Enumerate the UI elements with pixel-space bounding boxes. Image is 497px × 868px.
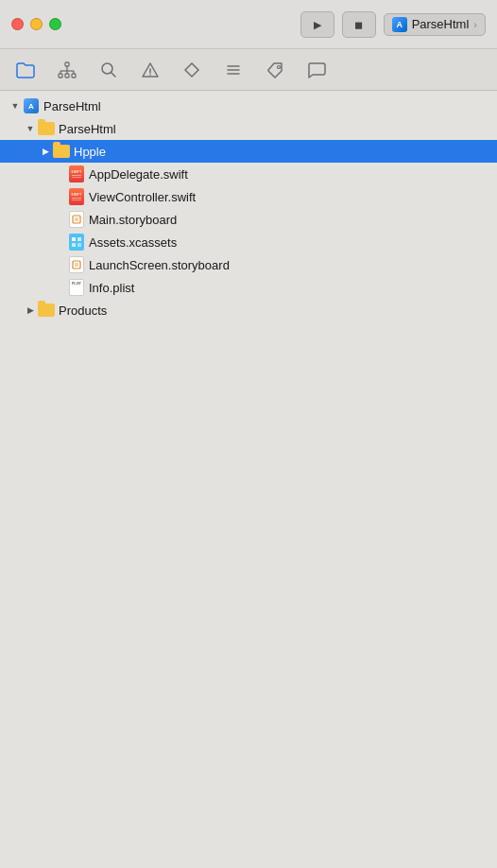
warning-toolbar-icon[interactable] (140, 60, 161, 80)
list-toolbar-icon[interactable] (223, 60, 244, 80)
tree-item-group-parsehtml[interactable]: ParseHtml (0, 117, 497, 140)
project-icon: A (23, 97, 40, 114)
svg-rect-22 (77, 243, 81, 247)
root-project-label: ParseHtml (43, 99, 101, 113)
disclosure-root-project (8, 98, 23, 113)
svg-point-16 (278, 65, 281, 68)
tree-item-infoplist[interactable]: PLIST Info.plist (0, 276, 497, 299)
launchscreen-label: LaunchScreen.storyboard (89, 258, 230, 272)
file-navigator: A ParseHtml ParseHtml Hpple SWIFT AppDel… (0, 91, 497, 868)
tree-item-launchscreen[interactable]: LaunchScreen.storyboard (0, 253, 497, 276)
disclosure-group-parsehtml (23, 121, 38, 136)
svg-rect-2 (65, 74, 69, 78)
diamond-toolbar-icon[interactable] (181, 60, 202, 80)
assets-icon (68, 234, 85, 251)
tree-item-products[interactable]: Products (0, 299, 497, 321)
svg-point-12 (149, 74, 151, 76)
storyboard-launch-icon (68, 256, 85, 273)
window-controls (11, 18, 61, 30)
svg-rect-19 (72, 237, 76, 241)
storyboard-main-icon (68, 211, 85, 228)
infoplist-label: Info.plist (89, 281, 134, 295)
products-label: Products (59, 304, 107, 318)
maximize-button[interactable] (49, 18, 61, 30)
play-button[interactable] (300, 11, 334, 38)
svg-rect-21 (72, 243, 76, 247)
search-toolbar-icon[interactable] (98, 60, 119, 80)
folder-products-icon (38, 302, 55, 319)
svg-rect-18 (75, 217, 78, 221)
viewcontroller-label: ViewController.swift (89, 190, 196, 204)
project-badge[interactable]: A ParseHtml › (384, 13, 486, 36)
tag-toolbar-icon[interactable] (265, 60, 285, 80)
assets-label: Assets.xcassets (89, 235, 177, 250)
stop-icon (354, 18, 363, 31)
stop-button[interactable] (342, 11, 376, 38)
play-icon (314, 18, 321, 31)
xcode-icon: A (392, 17, 407, 32)
titlebar: A ParseHtml › (0, 0, 497, 49)
svg-rect-24 (75, 263, 78, 267)
svg-rect-20 (77, 237, 81, 241)
disclosure-group-hpple (38, 144, 53, 159)
plist-icon: PLIST (68, 279, 85, 296)
tree-item-main-storyboard[interactable]: Main.storyboard (0, 208, 497, 231)
chevron-icon: › (473, 19, 477, 30)
tree-item-group-hpple[interactable]: Hpple (0, 140, 497, 163)
folder-toolbar-icon[interactable] (15, 60, 36, 80)
appdelegate-label: AppDelegate.swift (89, 167, 188, 182)
swift-appdelegate-icon: SWIFT (68, 165, 85, 182)
folder-group-hpple-icon (53, 143, 70, 160)
svg-rect-3 (72, 74, 76, 78)
tree-item-viewcontroller[interactable]: SWIFT ViewController.swift (0, 185, 497, 208)
minimize-button[interactable] (30, 18, 43, 30)
hierarchy-toolbar-icon[interactable] (57, 60, 77, 80)
disclosure-products (23, 303, 38, 318)
svg-rect-0 (65, 62, 69, 66)
main-storyboard-label: Main.storyboard (89, 213, 177, 227)
tree-item-root-project[interactable]: A ParseHtml (0, 95, 497, 117)
svg-rect-1 (59, 74, 62, 78)
folder-group-parsehtml-icon (38, 120, 55, 137)
swift-viewcontroller-icon: SWIFT (68, 188, 85, 205)
toolbar (0, 49, 497, 91)
chat-toolbar-icon[interactable] (306, 60, 327, 80)
tree-item-assets[interactable]: Assets.xcassets (0, 231, 497, 253)
svg-line-10 (111, 72, 116, 77)
group-hpple-label: Hpple (74, 145, 106, 159)
group-parsehtml-label: ParseHtml (59, 122, 116, 136)
titlebar-actions: A ParseHtml › (300, 11, 486, 38)
tree-item-appdelegate[interactable]: SWIFT AppDelegate.swift (0, 163, 497, 185)
close-button[interactable] (11, 18, 24, 30)
project-name-label: ParseHtml (412, 17, 470, 31)
